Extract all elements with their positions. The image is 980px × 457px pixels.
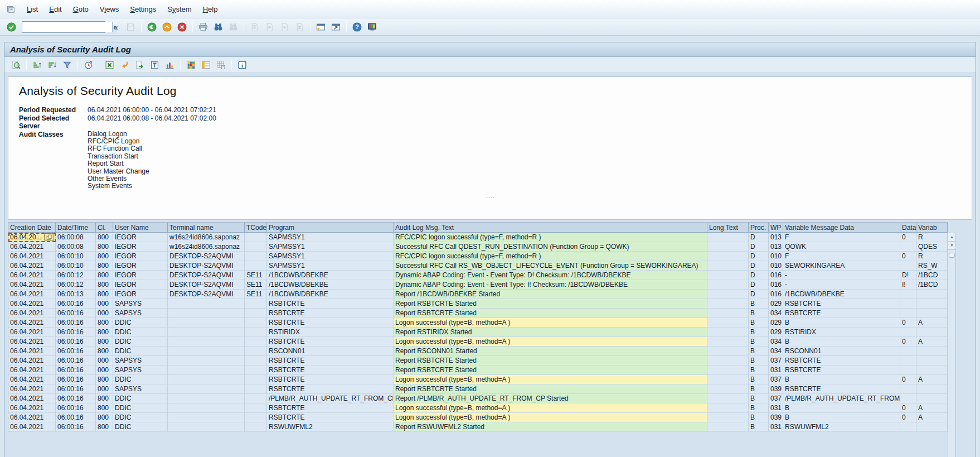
cell-date_time[interactable]: 06:00:08: [56, 233, 96, 242]
column-header-user_name[interactable]: User Name: [113, 223, 168, 233]
column-header-terminal_name[interactable]: Terminal name: [168, 223, 245, 233]
scrollbar-thumb[interactable]: [949, 253, 955, 258]
cell-wp[interactable]: 013: [769, 242, 783, 252]
graphic-button[interactable]: [163, 58, 177, 72]
cell-msg_text[interactable]: Logon successful (type=B, method=A ): [394, 375, 707, 384]
cell-user_name[interactable]: DDIC: [113, 318, 168, 328]
menu-help[interactable]: Help: [197, 3, 224, 15]
cell-program[interactable]: RSBTCRTE: [267, 403, 394, 413]
cell-date_time[interactable]: 06:00:16: [56, 347, 96, 356]
collapse-command-button[interactable]: «: [109, 20, 123, 34]
cell-terminal_name[interactable]: DESKTOP-S2AQVMI: [168, 280, 245, 290]
cell-variable_message_data[interactable]: RSBTCRTE: [783, 309, 900, 318]
cell-creation_date[interactable]: 06.04.2021: [8, 309, 56, 318]
cell-long_text[interactable]: [707, 337, 749, 347]
cell-variable_message_data[interactable]: B: [783, 375, 900, 384]
cell-terminal_name[interactable]: [168, 347, 245, 356]
column-header-data[interactable]: Data: [900, 223, 916, 233]
command-field[interactable]: ▼: [22, 21, 105, 33]
cell-client[interactable]: 800: [96, 242, 113, 252]
cell-tcode[interactable]: SE11: [245, 290, 267, 299]
cell-creation_date[interactable]: 06.04.2021: [8, 384, 56, 394]
cell-program[interactable]: RSBTCRTE: [267, 356, 394, 365]
cell-user_name[interactable]: DDIC: [113, 413, 168, 422]
abc-analysis-button[interactable]: [118, 58, 132, 72]
cell-terminal_name[interactable]: [168, 356, 245, 365]
cell-variable_message_data[interactable]: SEWORKINGAREA: [783, 261, 900, 271]
sort-descending-button[interactable]: [45, 58, 59, 72]
cell-program[interactable]: /1BCDWB/DBEKBE: [267, 271, 394, 280]
cell-client[interactable]: 800: [96, 328, 113, 337]
cell-proc[interactable]: B: [749, 337, 769, 347]
cell-creation_date[interactable]: 06.04.2021: [8, 337, 56, 347]
cell-wp[interactable]: 029: [769, 328, 783, 337]
cell-long_text[interactable]: [707, 271, 749, 280]
cell-long_text[interactable]: [707, 347, 749, 356]
cell-creation_date[interactable]: 06.04.2021: [8, 328, 56, 337]
cell-msg_text[interactable]: RFC/CPIC logon successful (type=F, metho…: [394, 252, 707, 261]
cell-date_time[interactable]: 06:00:08: [56, 242, 96, 252]
cell-long_text[interactable]: [707, 403, 749, 413]
cell-date_time[interactable]: 06:00:16: [56, 365, 96, 375]
cell-msg_text[interactable]: Report RSBTCRTE Started: [394, 384, 707, 394]
cell-user_name[interactable]: SAPSYS: [113, 309, 168, 318]
cell-date_time[interactable]: 06:00:16: [56, 413, 96, 422]
help-button[interactable]: ?: [350, 20, 364, 34]
cell-variab[interactable]: [916, 365, 948, 375]
cell-terminal_name[interactable]: DESKTOP-S2AQVMI: [168, 261, 245, 271]
cell-msg_text[interactable]: Successful RFC Call RS_WB_OBJECT_LIFECYC…: [394, 261, 707, 271]
cell-client[interactable]: 800: [96, 271, 113, 280]
cell-data[interactable]: 0: [900, 403, 916, 413]
cell-date_time[interactable]: 06:00:16: [56, 403, 96, 413]
cell-user_name[interactable]: DDIC: [113, 422, 168, 432]
cancel-button[interactable]: [175, 20, 189, 34]
cell-program[interactable]: SAPMSSY1: [267, 242, 394, 252]
cell-creation_date[interactable]: 06.04.20...: [8, 233, 56, 242]
cell-msg_text[interactable]: Logon successful (type=B, method=A ): [394, 318, 707, 328]
cell-user_name[interactable]: DDIC: [113, 403, 168, 413]
column-header-tcode[interactable]: TCode: [245, 223, 267, 233]
cell-date_time[interactable]: 06:00:16: [56, 309, 96, 318]
cell-proc[interactable]: B: [749, 394, 769, 403]
cell-variab[interactable]: [916, 384, 948, 394]
cell-client[interactable]: 800: [96, 403, 113, 413]
cell-variab[interactable]: [916, 356, 948, 365]
cell-date_time[interactable]: 06:00:16: [56, 422, 96, 432]
cell-data[interactable]: 0: [900, 375, 916, 384]
cell-data[interactable]: [900, 347, 916, 356]
cell-creation_date[interactable]: 06.04.2021: [8, 375, 56, 384]
cell-client[interactable]: 800: [96, 347, 113, 356]
cell-variab[interactable]: [916, 299, 948, 309]
cell-variable_message_data[interactable]: B: [783, 403, 900, 413]
cell-date_time[interactable]: 06:00:16: [56, 394, 96, 403]
cell-msg_text[interactable]: Logon successful (type=B, method=A ): [394, 413, 707, 422]
cell-client[interactable]: 800: [96, 280, 113, 290]
cell-creation_date[interactable]: 06.04.2021: [8, 242, 56, 252]
cell-wp[interactable]: 034: [769, 309, 783, 318]
cell-variab[interactable]: A: [916, 318, 948, 328]
cell-creation_date[interactable]: 06.04.2021: [8, 413, 56, 422]
cell-variab[interactable]: A: [916, 403, 948, 413]
create-shortcut-button[interactable]: [329, 20, 343, 34]
cell-client[interactable]: 800: [96, 394, 113, 403]
cell-terminal_name[interactable]: [168, 318, 245, 328]
cell-tcode[interactable]: [245, 252, 267, 261]
cell-tcode[interactable]: [245, 413, 267, 422]
cell-creation_date[interactable]: 06.04.2021: [8, 290, 56, 299]
cell-client[interactable]: 800: [96, 413, 113, 422]
cell-variable_message_data[interactable]: /1BCDWB/DBEKBE: [783, 290, 900, 299]
cell-user_name[interactable]: DDIC: [113, 347, 168, 356]
cell-wp[interactable]: 037: [769, 375, 783, 384]
cell-user_name[interactable]: DDIC: [113, 375, 168, 384]
cell-proc[interactable]: B: [749, 356, 769, 365]
cell-wp[interactable]: 031: [769, 365, 783, 375]
cell-wp[interactable]: 010: [769, 261, 783, 271]
cell-proc[interactable]: B: [749, 365, 769, 375]
column-header-variable_message_data[interactable]: Variable Message Data: [783, 223, 900, 233]
cell-date_time[interactable]: 06:00:16: [56, 337, 96, 347]
cell-msg_text[interactable]: Report RSWUWFML2 Started: [394, 422, 707, 432]
cell-variab[interactable]: A: [916, 337, 948, 347]
column-header-creation_date[interactable]: Creation Date: [8, 223, 56, 233]
cell-data[interactable]: 0: [900, 318, 916, 328]
cell-long_text[interactable]: [707, 290, 749, 299]
